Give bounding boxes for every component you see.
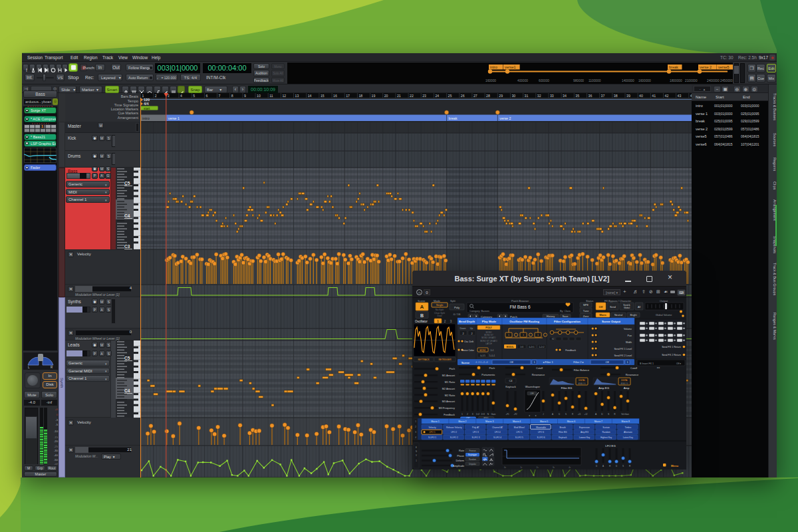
svg-text:ANALOG: ANALOG [579,382,586,385]
svg-text:Wavetable: Wavetable [536,426,546,429]
svg-text:Send FX 1 Return: Send FX 1 Return [662,346,681,348]
svg-text:ANALOG: ANALOG [621,382,628,385]
svg-text:2: 2 [462,332,464,335]
svg-text:Keytrack: Keytrack [505,385,516,388]
svg-text:-5: -5 [55,423,58,426]
svg-text:1400000: 1400000 [622,79,634,82]
svg-text:29: 29 [499,94,503,98]
svg-text:2+1: 2+1 [490,349,493,352]
svg-text:980000: 980000 [573,79,584,82]
svg-text:D: D [559,413,560,416]
svg-text:Chan Split: Chan Split [434,312,445,315]
svg-text:Highest Key: Highest Key [600,436,612,439]
svg-text:Resonance: Resonance [532,374,545,376]
svg-text:S-LFO 1: S-LFO 1 [428,436,436,439]
svg-text:H: H [609,465,610,467]
svg-text:Timbre: Timbre [624,426,631,429]
svg-text:1800000: 1800000 [670,79,682,82]
svg-text:Amp EG: Amp EG [598,386,609,390]
svg-text:No Split: No Split [436,309,444,311]
svg-text:42: 42 [665,94,669,98]
svg-text:break: break [449,116,458,120]
svg-text:Volume: Volume [624,328,632,331]
svg-text:23: 23 [422,94,426,98]
svg-text:15: 15 [321,94,325,98]
svg-text:All: All [638,306,640,309]
svg-text:20: 20 [384,94,388,98]
svg-text:C5: C5 [124,356,130,360]
svg-text:verse1: verse1 [505,65,516,69]
svg-text:intro: intro [142,116,150,120]
svg-text:Scene: Scene [418,299,426,303]
svg-text:40: 40 [639,94,643,98]
svg-text:S-LFO 2: S-LFO 2 [450,436,458,439]
svg-text:Width: Width [626,341,632,344]
svg-text:OFF: OFF [530,392,534,395]
svg-text:Keytrigger: Keytrigger [468,454,477,456]
svg-text:2400000: 2400000 [707,79,720,82]
svg-text:5: 5 [193,94,195,98]
svg-text:E: E [416,446,417,449]
svg-text:1600000: 1600000 [638,79,651,82]
svg-text:9: 9 [244,94,246,98]
svg-text:Channel AT: Channel AT [492,426,503,429]
svg-text:18: 18 [358,94,362,98]
svg-text:Poly AT: Poly AT [472,426,479,429]
svg-text:LFO 3: LFO 3 [473,431,479,434]
svg-text:LFO 1: LFO 1 [430,431,436,434]
svg-text:C4: C4 [124,213,130,218]
svg-text:Unipolar: Unipolar [469,463,476,466]
svg-text:38: 38 [614,94,618,98]
svg-text:33: 33 [550,94,554,98]
svg-text:B Insert FX 1: B Insert FX 1 [640,362,654,365]
svg-text:Freerun: Freerun [469,450,476,452]
svg-text:MONO ST: MONO ST [484,334,493,336]
svg-text:Macro 4: Macro 4 [513,420,521,423]
svg-text:Macro 6: Macro 6 [567,420,575,423]
svg-text:S-LFO 4: S-LFO 4 [493,436,501,439]
svg-text:2: 2 [155,94,157,98]
svg-text:Mod Wheel: Mod Wheel [514,426,525,429]
svg-text:C5: C5 [124,181,130,186]
svg-text:1: 1 [533,361,535,364]
svg-text:Deform: Deform [456,460,464,462]
svg-text:C4: C4 [124,388,130,393]
svg-text:1×2: 1×2 [476,413,480,416]
svg-text:+6: +6 [55,408,58,411]
svg-text:36: 36 [589,94,593,98]
svg-text:Rate: Rate [459,450,464,452]
svg-text:Macro 5: Macro 5 [540,420,548,423]
svg-text:-20: -20 [54,440,59,443]
svg-text:+12: +12 [585,413,588,416]
svg-text:26: 26 [461,94,465,98]
svg-text:Oscillator: Oscillator [415,320,428,323]
svg-text:verse 2: verse 2 [700,65,712,69]
svg-text:Patch Browser: Patch Browser [511,299,529,303]
svg-text:Scene Output: Scene Output [602,320,621,323]
svg-text:2×3: 2×3 [481,413,485,416]
svg-text:19: 19 [372,94,376,98]
svg-text:+F1: +F1 [506,413,509,416]
svg-text:11: 11 [269,94,273,98]
svg-text:-50: -50 [54,458,59,462]
svg-text:Pan: Pan [628,334,632,337]
svg-text:0+1/5: 0+1/5 [480,354,485,357]
svg-text:Oscillator FM Routing: Oscillator FM Routing [509,320,539,323]
svg-text:37: 37 [601,94,605,98]
svg-text:8: 8 [231,94,233,98]
svg-text:1×3: 1×3 [520,346,523,348]
svg-text:verse 1: verse 1 [168,116,180,120]
svg-text:R: R [51,366,53,369]
svg-text:13: 13 [295,94,299,98]
svg-text:Cutoff: Cutoff [536,367,543,370]
svg-text:30: 30 [511,94,515,98]
svg-text:-10: -10 [54,430,59,433]
svg-text:Release Velocity: Release Velocity [446,426,462,429]
svg-text:By: Class: By: Class [560,310,571,313]
svg-text:▸: ▸ [535,414,537,417]
svg-text:verse5: verse5 [718,65,730,69]
svg-text:Neutral: Neutral [614,314,622,317]
svg-text:S: S [565,413,567,416]
svg-text:-inf: -inf [54,462,59,465]
svg-text:Random: Random [469,458,477,461]
